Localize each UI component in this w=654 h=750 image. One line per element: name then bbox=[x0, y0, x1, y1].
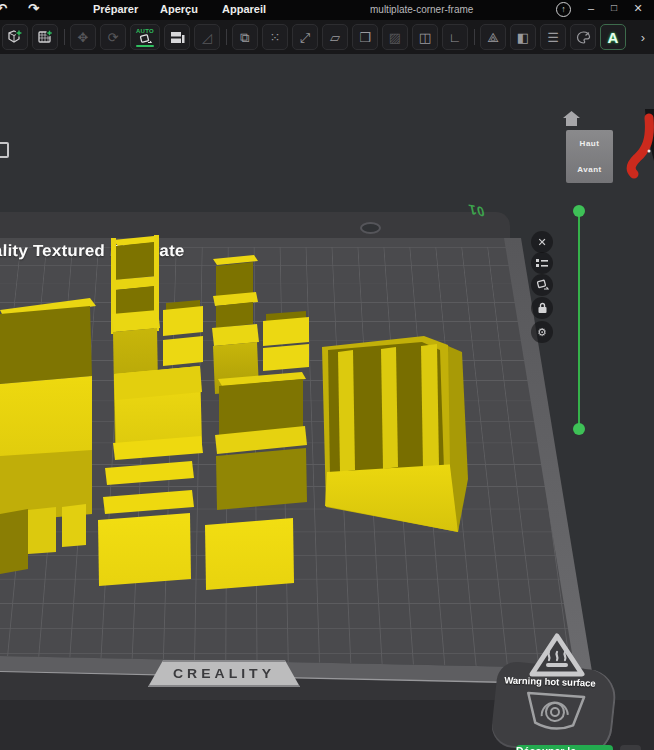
move-tool-button[interactable]: ✥ bbox=[70, 24, 96, 50]
menu-prepare[interactable]: Préparer bbox=[93, 3, 138, 15]
view-orientation-cube[interactable]: Haut Avant bbox=[566, 130, 613, 183]
maximize-button[interactable]: □ bbox=[606, 2, 622, 13]
model-face bbox=[216, 302, 254, 328]
main-toolbar: ✥ ⟳ AUTO ◿ ⧉ ⁙ ⤢ ▱ ❒ ▨ ◫ ∟ ⟁ ◧ ☰ A › bbox=[0, 20, 654, 54]
palette-icon bbox=[576, 31, 591, 44]
hot-surface-warning-icon bbox=[528, 632, 586, 679]
plate-settings-button[interactable]: ⚙ bbox=[531, 321, 553, 343]
view-front-label[interactable]: Avant bbox=[566, 165, 613, 174]
hatch-icon: ▨ bbox=[389, 31, 401, 44]
red-model-clipped bbox=[620, 106, 654, 236]
auto-orient-icon bbox=[536, 279, 549, 291]
plate-lock-button[interactable] bbox=[531, 297, 553, 319]
layer-slider-top-handle[interactable] bbox=[573, 205, 585, 217]
model-face bbox=[98, 513, 191, 586]
toolbar-divider bbox=[226, 29, 227, 45]
support-button[interactable]: ⟁ bbox=[480, 24, 506, 50]
undo-icon[interactable]: ↶ bbox=[0, 1, 7, 16]
lay-flat-icon: ◿ bbox=[202, 31, 212, 44]
model-face bbox=[216, 448, 307, 510]
menu-device[interactable]: Appareil bbox=[222, 3, 266, 15]
model-face bbox=[0, 306, 95, 384]
measure-button[interactable]: ∟ bbox=[442, 24, 468, 50]
model-face bbox=[338, 350, 355, 472]
fingerprint-icon bbox=[520, 690, 591, 735]
cut-icon: ◧ bbox=[517, 31, 529, 44]
layer-slider-track[interactable] bbox=[578, 211, 580, 429]
toolbar-divider bbox=[474, 29, 475, 45]
add-model-icon bbox=[7, 29, 23, 45]
build-plate-back-rim bbox=[0, 212, 510, 238]
gear-icon: ⚙ bbox=[537, 327, 547, 338]
plate-handle-notch bbox=[360, 222, 381, 234]
plate-auto-orient-button[interactable] bbox=[531, 274, 553, 296]
model-face bbox=[381, 347, 398, 469]
close-button[interactable]: ✕ bbox=[630, 2, 646, 15]
paint-button[interactable] bbox=[570, 24, 596, 50]
plate-list-button[interactable] bbox=[531, 252, 553, 274]
model-face bbox=[163, 336, 205, 366]
active-indicator bbox=[136, 45, 154, 47]
view-top-label[interactable]: Haut bbox=[566, 139, 613, 148]
lock-icon bbox=[537, 302, 548, 314]
upload-icon[interactable]: ↑ bbox=[556, 2, 571, 17]
home-view-icon[interactable] bbox=[562, 110, 581, 127]
clone-icon: ⧉ bbox=[240, 31, 249, 44]
creality-badge: CREALITY bbox=[148, 660, 300, 687]
document-title: multiplate-corner-frame bbox=[370, 4, 473, 15]
model-face bbox=[163, 306, 205, 336]
model-face bbox=[62, 504, 88, 548]
model-face bbox=[0, 509, 30, 574]
plate-number: 01 bbox=[466, 201, 486, 220]
auto-orient-icon bbox=[139, 34, 152, 44]
toolbar-divider bbox=[64, 29, 65, 45]
rotate-icon: ⟳ bbox=[108, 31, 119, 44]
scale-button[interactable]: ⤢ bbox=[292, 24, 318, 50]
plate-icon: ▱ bbox=[330, 31, 340, 44]
lay-flat-button[interactable]: ◿ bbox=[194, 24, 220, 50]
redo-icon[interactable]: ↷ bbox=[28, 1, 39, 16]
model-face bbox=[216, 262, 254, 298]
scale-icon: ⤢ bbox=[300, 31, 310, 44]
slice-plate-button[interactable]: Découper le plateau bbox=[516, 745, 613, 750]
slice-options-caret-button[interactable]: ⌃ bbox=[620, 745, 641, 750]
toolbar-more-button[interactable]: › bbox=[630, 24, 654, 50]
cube-frame-button[interactable]: ❒ bbox=[352, 24, 378, 50]
plate-close-button[interactable]: ✕ bbox=[531, 231, 553, 253]
model-face bbox=[116, 242, 155, 280]
move-icon: ✥ bbox=[78, 31, 89, 44]
title-bar: ↶ ↷ Préparer Aperçu Appareil multiplate-… bbox=[0, 0, 654, 20]
close-icon: ✕ bbox=[537, 237, 546, 248]
clone-button[interactable]: ⧉ bbox=[232, 24, 258, 50]
add-model-button[interactable] bbox=[2, 24, 28, 50]
scene-viewport[interactable]: 01 Creality Textured PEI Plate CREALITY bbox=[0, 54, 654, 750]
auto-orient-button[interactable]: AUTO bbox=[130, 24, 160, 50]
pattern-button[interactable]: ⁙ bbox=[262, 24, 288, 50]
menu-preview[interactable]: Aperçu bbox=[160, 3, 198, 15]
plate-settings-button[interactable]: ▱ bbox=[322, 24, 348, 50]
cube-frame-icon: ❒ bbox=[359, 31, 371, 44]
list-icon bbox=[536, 258, 548, 268]
text-tool-button[interactable]: A bbox=[600, 24, 626, 50]
clipped-left-icon bbox=[0, 142, 9, 158]
layers-button[interactable]: ☰ bbox=[540, 24, 566, 50]
minimize-button[interactable]: – bbox=[583, 2, 599, 14]
layers-icon: ☰ bbox=[547, 31, 559, 44]
layer-slider-bottom-handle[interactable] bbox=[573, 423, 585, 435]
add-plate-icon bbox=[37, 29, 53, 45]
measure-icon: ∟ bbox=[449, 31, 462, 44]
cut-button[interactable]: ◧ bbox=[510, 24, 536, 50]
boolean-button[interactable]: ◫ bbox=[412, 24, 438, 50]
model-face bbox=[205, 518, 294, 590]
rotate-tool-button[interactable]: ⟳ bbox=[100, 24, 126, 50]
boolean-icon: ◫ bbox=[419, 31, 431, 44]
chevron-right-icon: › bbox=[641, 30, 645, 45]
brand-text: CREALITY bbox=[173, 666, 275, 680]
model-face bbox=[0, 376, 95, 460]
model-face bbox=[421, 344, 439, 469]
hatch-button[interactable]: ▨ bbox=[382, 24, 408, 50]
pattern-icon: ⁙ bbox=[270, 31, 281, 44]
arrange-icon bbox=[170, 31, 185, 44]
add-plate-button[interactable] bbox=[32, 24, 58, 50]
arrange-plates-button[interactable] bbox=[164, 24, 190, 50]
